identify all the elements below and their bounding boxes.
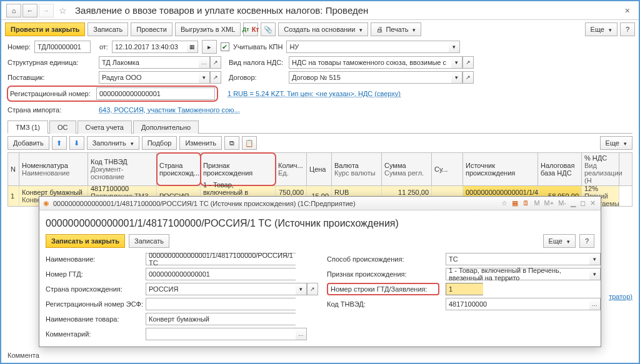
- comment-footer-label: Коммента: [8, 352, 39, 359]
- app-logo-icon: ◉: [43, 199, 49, 207]
- col-su: Су...: [432, 153, 463, 185]
- col-n: N: [8, 153, 19, 185]
- move-up-icon[interactable]: ⬆: [52, 136, 67, 150]
- kpn-label: Учитывать КПН: [233, 43, 283, 51]
- reg-field[interactable]: 0000000000000001: [96, 87, 215, 100]
- more-button[interactable]: Еще: [585, 22, 618, 36]
- dlg-calc-icon[interactable]: ▦: [511, 199, 519, 207]
- contract-detail-link[interactable]: 1 RUB = 5,24 KZT, Тип цен: <не указан>, …: [228, 90, 401, 97]
- favorite-icon[interactable]: ☆: [59, 6, 71, 16]
- country-link[interactable]: 643, РОССИЯ, участник Таможенного сою...: [99, 106, 240, 114]
- dlg-save-button[interactable]: Записать: [129, 234, 169, 248]
- dialog-wintitle: 0000000000000001/1/4817100000/РОССИЯ/1 Т…: [53, 200, 496, 207]
- post-and-close-button[interactable]: Провести и закрыть: [5, 22, 85, 36]
- col-tnved: Код ТНВЭДДокумент-основание: [88, 153, 157, 185]
- tab-tmz[interactable]: ТМЗ (1): [8, 121, 48, 134]
- dlg-method-field[interactable]: ТС▾: [446, 253, 601, 265]
- dlg-gtd-label: Номер ГТД:: [46, 270, 139, 278]
- dlg-row-field[interactable]: 1: [446, 283, 601, 295]
- vat-type-field[interactable]: НДС на товары таможенного союза, ввозимы…: [289, 56, 474, 69]
- reg-label: Регистрационный номер:: [10, 90, 92, 97]
- date-extra-button[interactable]: ▸: [202, 40, 217, 54]
- dlg-country-field[interactable]: РОССИЯ▾↗: [146, 283, 321, 295]
- vat-type-label: Вид налога НДС:: [229, 59, 285, 66]
- col-nomenclature: НоменклатураНаименование: [19, 153, 88, 185]
- print-button[interactable]: 🖨 Печать: [371, 22, 421, 36]
- forward-button[interactable]: →: [39, 4, 54, 17]
- country-label: Страна импорта:: [8, 106, 95, 114]
- ellipsis-icon[interactable]: …: [199, 56, 210, 69]
- dt-kt-icon[interactable]: ДтКт: [243, 22, 258, 36]
- fill-button[interactable]: Заполнить: [87, 136, 139, 150]
- open-icon[interactable]: ↗: [210, 56, 221, 69]
- col-country: Страна происхожд...: [157, 153, 201, 185]
- dlg-sign-field[interactable]: 1 - Товар, включенный в Перечень, ввезен…: [446, 268, 601, 280]
- dlg-goods-field[interactable]: Конверт бумажный: [146, 313, 601, 325]
- contract-field[interactable]: Договор № 515 ▾ ↗: [289, 71, 474, 84]
- paste-icon[interactable]: 📋: [242, 136, 257, 150]
- contract-label: Договор:: [229, 74, 285, 81]
- dlg-row-label: Номер строки ГТД/Заявления:: [327, 283, 439, 295]
- kpn-field[interactable]: НУ ▾: [286, 41, 460, 53]
- supplier-field[interactable]: Радуга ООО ▾ ↗: [99, 71, 221, 84]
- tab-additional[interactable]: Дополнительно: [133, 121, 199, 134]
- dlg-esf-label: Регистрационный номер ЭСФ:: [46, 300, 139, 308]
- page-title: Заявление о ввозе товаров и уплате косве…: [75, 5, 621, 16]
- col-currency: ВалютаКурс валюты: [332, 153, 382, 185]
- close-icon[interactable]: ×: [621, 6, 634, 16]
- attach-icon[interactable]: 📎: [261, 22, 276, 36]
- dlg-more-button[interactable]: Еще: [543, 234, 576, 248]
- create-based-button[interactable]: Создать на основании: [278, 22, 368, 36]
- move-down-icon[interactable]: ⬇: [69, 136, 84, 150]
- dlg-max-icon[interactable]: ◻: [579, 199, 587, 207]
- dlg-comment-label: Комментарий:: [46, 330, 139, 338]
- help-button[interactable]: ?: [620, 22, 635, 36]
- dlg-comment-field[interactable]: …: [146, 328, 601, 340]
- dlg-mplus-icon[interactable]: M+: [543, 199, 556, 207]
- dlg-help-button[interactable]: ?: [579, 234, 594, 248]
- back-button[interactable]: ←: [22, 4, 38, 17]
- home-button[interactable]: ⌂: [6, 4, 21, 17]
- dlg-m-icon[interactable]: M: [532, 199, 541, 207]
- col-price: Цена: [307, 153, 332, 185]
- dlg-country-label: Страна происхождения:: [46, 285, 139, 293]
- dlg-save-close-button[interactable]: Записать и закрыть: [46, 234, 125, 248]
- dlg-tnved-field[interactable]: 4817100000…: [446, 298, 601, 310]
- dlg-tnved-label: Код ТНВЭД:: [327, 300, 439, 308]
- add-button[interactable]: Добавить: [8, 136, 49, 150]
- table-more-button[interactable]: Еще: [600, 136, 632, 150]
- calendar-icon[interactable]: ▦: [187, 41, 198, 53]
- dlg-name-field[interactable]: 0000000000000001/1/4817100000/РОССИЯ/1 Т…: [146, 253, 321, 265]
- dlg-method-label: Способ происхождения:: [327, 255, 439, 263]
- col-source: Источник происхождения: [463, 153, 538, 185]
- dlg-mminus-icon[interactable]: M-: [557, 199, 568, 207]
- col-vat: % НДСВид реализации (Н: [582, 153, 619, 185]
- dlg-fav-icon[interactable]: ☆: [500, 199, 509, 207]
- dlg-goods-label: Наименование товара:: [46, 315, 139, 323]
- dlg-min-icon[interactable]: ▁: [569, 199, 577, 207]
- dlg-cal-icon[interactable]: 🗓: [521, 199, 531, 207]
- number-label: Номер:: [8, 43, 31, 51]
- export-xml-button[interactable]: Выгрузить в XML: [175, 22, 241, 36]
- dlg-close-icon[interactable]: ✕: [589, 199, 597, 207]
- save-button[interactable]: Записать: [88, 22, 128, 36]
- dlg-esf-field[interactable]: [146, 298, 321, 310]
- date-field[interactable]: 12.10.2017 13:40:03 ▦: [112, 41, 198, 53]
- unit-field[interactable]: ТД Лакомка … ↗: [99, 56, 221, 69]
- dlg-sign-label: Признак происхождения:: [327, 270, 439, 278]
- dropdown-icon[interactable]: ▾: [449, 41, 460, 53]
- unit-label: Структурная единица:: [8, 59, 95, 66]
- dlg-name-label: Наименование:: [46, 255, 139, 263]
- dialog-heading: 0000000000000001/1/4817100000/РОССИЯ/1 Т…: [46, 218, 594, 229]
- post-button[interactable]: Провести: [131, 22, 172, 36]
- edit-button[interactable]: Изменить: [179, 136, 222, 150]
- number-field[interactable]: ТДЛ00000001: [34, 41, 91, 53]
- kpn-checkbox[interactable]: ✔: [221, 42, 229, 51]
- tab-accounts[interactable]: Счета учета: [78, 121, 132, 134]
- dlg-gtd-field[interactable]: 0000000000000001: [146, 268, 321, 280]
- supplier-label: Поставщик:: [8, 74, 95, 81]
- select-button[interactable]: Подбор: [142, 136, 178, 150]
- copy-icon[interactable]: ⧉: [224, 136, 239, 150]
- tab-os[interactable]: ОС: [49, 121, 76, 134]
- right-footer-fragment: тратор): [609, 293, 632, 300]
